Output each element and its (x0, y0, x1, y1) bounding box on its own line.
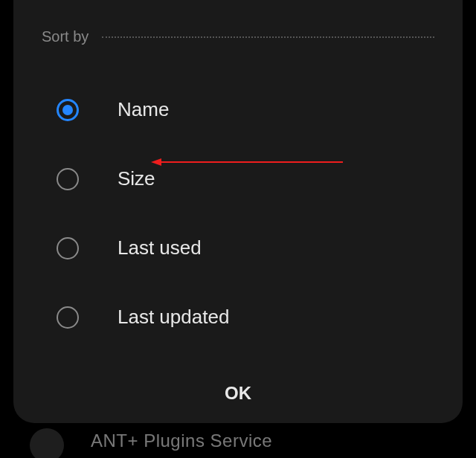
background-app-name: ANT+ Plugins Service (91, 430, 272, 451)
option-label: Name (118, 98, 169, 121)
radio-group: Name Size Last used Last updated (13, 45, 463, 367)
sort-option-name[interactable]: Name (57, 75, 419, 144)
sort-option-last-used[interactable]: Last used (57, 213, 419, 283)
option-label: Size (118, 167, 155, 190)
option-label: Last updated (118, 306, 229, 329)
sort-option-last-updated[interactable]: Last updated (57, 283, 419, 352)
dialog-header: Sort by (13, 0, 463, 45)
radio-icon (57, 168, 79, 190)
header-divider (102, 36, 434, 38)
radio-icon (57, 237, 79, 259)
dialog-actions: OK (13, 364, 463, 423)
radio-icon (57, 99, 79, 121)
sort-dialog: Sort by Name Size Last used Last updated… (13, 0, 463, 423)
option-label: Last used (118, 236, 202, 259)
dialog-title: Sort by (42, 28, 89, 45)
radio-icon (57, 306, 79, 329)
app-icon-placeholder (30, 428, 64, 459)
sort-option-size[interactable]: Size (57, 144, 419, 213)
ok-button[interactable]: OK (195, 368, 281, 419)
background-list-item: ANT+ Plugins Service (30, 423, 272, 458)
